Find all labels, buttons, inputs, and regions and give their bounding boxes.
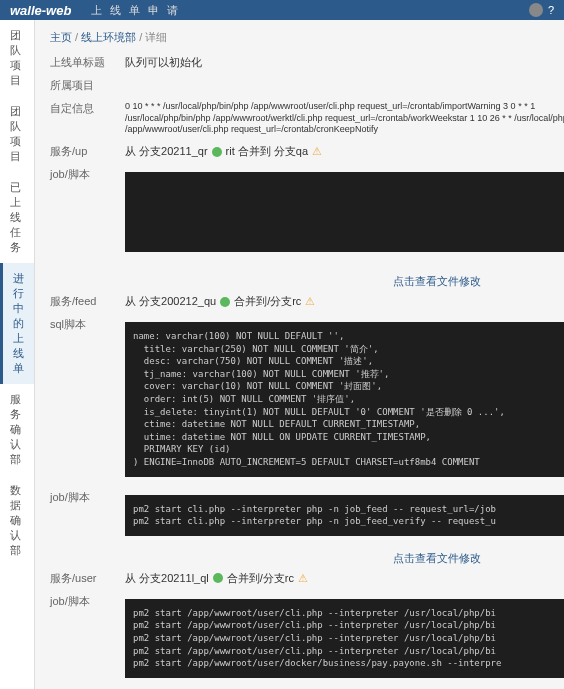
warning-icon: ⚠	[305, 295, 315, 308]
main-content: 主页 / 线上环境部 / 详细 上线单标题 队列可以初始化 所属项目 自定信息 …	[35, 20, 564, 689]
avatar-icon	[529, 3, 543, 17]
title-value: 队列可以初始化	[125, 55, 564, 70]
team-label: 所属项目	[50, 78, 110, 93]
merge-icon	[212, 147, 222, 157]
sidebar-item[interactable]: 团队项目	[0, 96, 34, 172]
warning-icon: ⚠	[312, 145, 322, 158]
topnav: 上 线 单 申 请	[91, 3, 178, 18]
user-menu[interactable]: ?	[529, 3, 554, 17]
commit-label: 自定信息	[50, 101, 110, 116]
logo: walle-web	[10, 3, 71, 18]
title-label: 上线单标题	[50, 55, 110, 70]
warning-icon: ⚠	[298, 572, 308, 585]
sidebar-item[interactable]: 已上线任务	[0, 172, 34, 263]
sidebar: 团队项目 团队项目 已上线任务 进行中的上线单 服务确认部 数据确认部	[0, 20, 35, 689]
topbar: walle-web 上 线 单 申 请 ?	[0, 0, 564, 20]
service-up-label: 服务/up	[50, 144, 110, 159]
sidebar-item-active[interactable]: 进行中的上线单	[0, 263, 34, 384]
sidebar-item[interactable]: 服务确认部	[0, 384, 34, 475]
job-script-1[interactable]	[125, 172, 564, 252]
merge-icon	[213, 573, 223, 583]
sql-code[interactable]: name: varchar(100) NOT NULL DEFAULT '', …	[125, 322, 564, 477]
job-code-2[interactable]: pm2 start cli.php --interpreter php -n j…	[125, 495, 564, 536]
breadcrumb: 主页 / 线上环境部 / 详细	[50, 30, 564, 45]
job-code-3[interactable]: pm2 start /app/wwwroot/user/cli.php --in…	[125, 599, 564, 678]
view-files-link-2[interactable]: 点击查看文件修改	[50, 551, 564, 566]
commit-value: 0 10 * * * /usr/local/php/bin/php /app/w…	[125, 101, 564, 136]
view-files-link[interactable]: 点击查看文件修改	[50, 274, 564, 289]
merge-icon	[220, 297, 230, 307]
job-label: job/脚本	[50, 167, 110, 182]
sidebar-item[interactable]: 团队项目	[0, 20, 34, 96]
sidebar-item[interactable]: 数据确认部	[0, 475, 34, 566]
